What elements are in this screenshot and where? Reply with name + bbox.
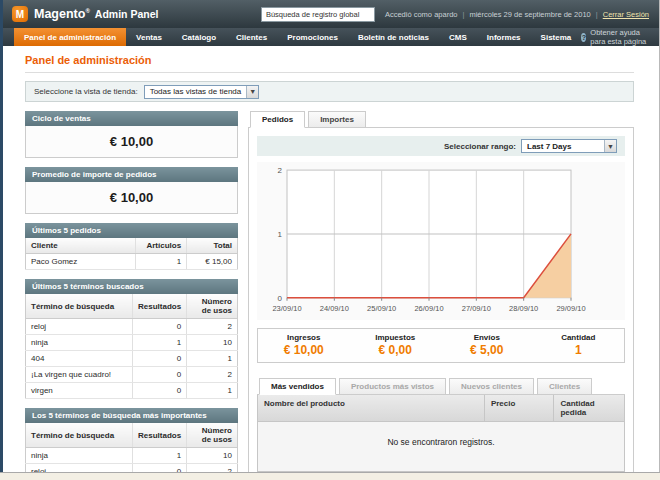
logged-in-text: Accedió como apardo bbox=[385, 10, 458, 19]
logout-link[interactable]: Cerrar Sesión bbox=[603, 10, 649, 19]
last-search-terms-title: Últimos 5 términos buscados bbox=[25, 279, 238, 294]
totals-bar: Ingresos € 10,00 Impuestos € 0,00 Envíos… bbox=[257, 328, 625, 363]
nav-item[interactable]: Promociones bbox=[277, 28, 348, 46]
nav-items: Panel de administraciónVentasCatálogoCli… bbox=[14, 28, 581, 46]
nav-item[interactable]: Sistema bbox=[531, 28, 582, 46]
main-nav: Panel de administraciónVentasCatálogoCli… bbox=[0, 28, 659, 46]
last-search-terms-table: Término de búsqueda Resultados Número de… bbox=[25, 294, 238, 399]
magento-admin-window: M Magento® Admin Panel Accedió como apar… bbox=[0, 0, 660, 472]
brand-name: Magento® bbox=[34, 7, 90, 21]
grid-tabs: Más vendidosProductos más vistosNuevos c… bbox=[257, 378, 625, 395]
svg-text:29/09/10: 29/09/10 bbox=[556, 304, 585, 313]
grid-empty-message: No se encontraron registros. bbox=[257, 422, 625, 472]
total-item: Ingresos € 10,00 bbox=[258, 333, 350, 357]
store-view-bar: Seleccione la vista de tienda: Todas las… bbox=[25, 81, 634, 102]
store-view-select[interactable]: Todas las vistas de tienda ▼ bbox=[144, 85, 260, 99]
chevron-down-icon: ▼ bbox=[246, 86, 258, 98]
svg-text:0: 0 bbox=[278, 294, 283, 303]
nav-item[interactable]: Catálogo bbox=[172, 28, 226, 46]
total-item: Cantidad 1 bbox=[533, 333, 625, 357]
column-header: Cantidad pedida bbox=[554, 395, 624, 421]
page-title: Panel de administración bbox=[25, 54, 634, 66]
table-row[interactable]: Paco Gomez1€ 15,00 bbox=[26, 254, 238, 270]
nav-item[interactable]: Informes bbox=[477, 28, 531, 46]
brand-suffix: Admin Panel bbox=[95, 8, 159, 20]
grid-tab[interactable]: Más vendidos bbox=[259, 378, 336, 395]
column-header: Número de usos bbox=[187, 423, 238, 448]
svg-text:25/09/10: 25/09/10 bbox=[367, 304, 396, 313]
dashboard-tab[interactable]: Pedidos bbox=[250, 111, 305, 128]
table-row[interactable]: ninja110 bbox=[26, 335, 238, 351]
average-orders-box: Promedio de importe de pedidos € 10,00 bbox=[25, 167, 238, 214]
range-select[interactable]: Last 7 Days ▼ bbox=[521, 139, 617, 153]
svg-text:24/09/10: 24/09/10 bbox=[320, 304, 349, 313]
magento-logo-icon: M bbox=[12, 6, 28, 22]
column-header: Artículos bbox=[136, 238, 187, 254]
nav-item[interactable]: CMS bbox=[439, 28, 477, 46]
grid-tab: Nuevos clientes bbox=[449, 378, 534, 395]
column-header: Término de búsqueda bbox=[26, 423, 133, 448]
chevron-down-icon: ▼ bbox=[604, 140, 616, 152]
content-area: Panel de administración Seleccione la vi… bbox=[0, 46, 659, 480]
column-header: Precio bbox=[485, 395, 555, 421]
table-row[interactable]: virgen01 bbox=[26, 383, 238, 399]
dashboard-column: PedidosImportes Seleccionar rango: Last … bbox=[248, 111, 634, 480]
dashboard-chart: 01223/09/1024/09/1025/09/1026/09/1027/09… bbox=[257, 162, 625, 320]
svg-text:27/09/10: 27/09/10 bbox=[462, 304, 491, 313]
dashboard-tabs: PedidosImportes bbox=[248, 111, 634, 128]
nav-item[interactable]: Panel de administración bbox=[14, 28, 126, 46]
products-grid-header: Nombre del producto Precio Cantidad pedi… bbox=[257, 395, 625, 422]
store-view-value: Todas las vistas de tienda bbox=[145, 87, 247, 96]
window-bottom-chrome bbox=[0, 472, 660, 480]
total-item: Envíos € 5,00 bbox=[441, 333, 533, 357]
average-orders-value: € 10,00 bbox=[25, 182, 238, 214]
grid-tab: Clientes bbox=[537, 378, 592, 395]
average-orders-title: Promedio de importe de pedidos bbox=[25, 167, 238, 182]
sidebar-column: Ciclo de ventas € 10,00 Promedio de impo… bbox=[25, 111, 238, 480]
last-orders-box: Últimos 5 pedidos Cliente Artículos Tota… bbox=[25, 223, 238, 270]
nav-item[interactable]: Boletín de noticias bbox=[348, 28, 439, 46]
store-view-label: Seleccione la vista de tienda: bbox=[34, 87, 138, 96]
table-row[interactable]: ninja110 bbox=[26, 448, 238, 464]
svg-text:1: 1 bbox=[278, 230, 283, 239]
window-left-chrome bbox=[0, 0, 3, 472]
last-orders-table: Cliente Artículos Total Paco Gomez1€ 15,… bbox=[25, 238, 238, 270]
column-header: Resultados bbox=[133, 294, 187, 319]
range-value: Last 7 Days bbox=[522, 142, 576, 151]
title-divider bbox=[25, 72, 634, 73]
last-orders-title: Últimos 5 pedidos bbox=[25, 223, 238, 238]
last-search-terms-box: Últimos 5 términos buscados Término de b… bbox=[25, 279, 238, 399]
nav-item[interactable]: Ventas bbox=[126, 28, 172, 46]
session-info: Accedió como apardo | miércoles 29 de se… bbox=[385, 10, 649, 19]
dashboard-panel: Seleccionar rango: Last 7 Days ▼ 01223/0… bbox=[248, 128, 634, 480]
global-search-input[interactable] bbox=[261, 7, 375, 22]
dashboard-tab[interactable]: Importes bbox=[308, 111, 366, 128]
table-row[interactable]: ¡La virgen que cuadro!02 bbox=[26, 367, 238, 383]
column-header: Resultados bbox=[133, 423, 187, 448]
help-link[interactable]: ? Obtener ayuda para esta página bbox=[581, 28, 651, 46]
column-header: Término de búsqueda bbox=[26, 294, 133, 319]
top-search-terms-box: Los 5 términos de búsqueda más important… bbox=[25, 408, 238, 480]
grid-tab: Productos más vistos bbox=[339, 378, 446, 395]
column-header: Nombre del producto bbox=[258, 395, 485, 421]
current-date: miércoles 29 de septiembre de 2010 bbox=[469, 10, 590, 19]
orders-area-chart: 01223/09/1024/09/1025/09/1026/09/1027/09… bbox=[257, 162, 625, 320]
lifetime-sales-title: Ciclo de ventas bbox=[25, 111, 238, 126]
column-header: Cliente bbox=[26, 238, 136, 254]
help-icon: ? bbox=[581, 33, 586, 42]
table-row[interactable]: reloj02 bbox=[26, 319, 238, 335]
top-bar: M Magento® Admin Panel Accedió como apar… bbox=[0, 0, 659, 28]
range-bar: Seleccionar rango: Last 7 Days ▼ bbox=[257, 136, 625, 156]
column-header: Número de usos bbox=[187, 294, 238, 319]
table-row[interactable]: 40401 bbox=[26, 351, 238, 367]
nav-item[interactable]: Clientes bbox=[226, 28, 277, 46]
total-item: Impuestos € 0,00 bbox=[350, 333, 442, 357]
svg-text:26/09/10: 26/09/10 bbox=[414, 304, 443, 313]
top-search-terms-title: Los 5 términos de búsqueda más important… bbox=[25, 408, 238, 423]
svg-text:23/09/10: 23/09/10 bbox=[272, 304, 301, 313]
svg-text:28/09/10: 28/09/10 bbox=[509, 304, 538, 313]
help-label: Obtener ayuda para esta página bbox=[590, 28, 651, 46]
lifetime-sales-box: Ciclo de ventas € 10,00 bbox=[25, 111, 238, 158]
lifetime-sales-value: € 10,00 bbox=[25, 126, 238, 158]
separator: | bbox=[462, 10, 464, 19]
